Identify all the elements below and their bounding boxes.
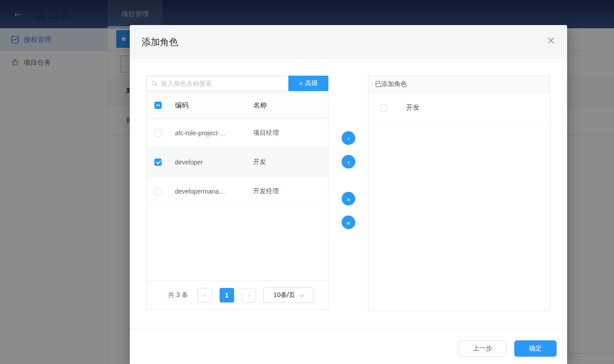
role-code: developer — [175, 159, 253, 166]
added-roles-header: 已添加角色 — [368, 76, 550, 93]
column-header-code: 编码 — [175, 101, 253, 110]
advanced-search-label: 高级 — [305, 79, 318, 87]
advanced-search-button[interactable]: « 高级 — [288, 76, 328, 91]
role-code: developermana… — [175, 188, 253, 195]
modal-header: 添加角色 ✕ — [130, 25, 567, 59]
added-roles-panel: 已添加角色 开发 — [368, 75, 550, 311]
row-checkbox[interactable] — [154, 129, 162, 137]
page-number-button[interactable]: 1 — [220, 288, 234, 302]
added-role-name: 开发 — [406, 103, 420, 112]
chevron-down-icon — [300, 292, 304, 297]
previous-step-button[interactable]: 上一步 — [459, 340, 507, 357]
available-roles-panel: 编码 名称 afc-role-project-… 项目经理 developer … — [146, 92, 328, 310]
row-checkbox[interactable] — [154, 159, 162, 166]
next-page-button[interactable]: › — [241, 288, 256, 302]
table-row[interactable]: afc-role-project-… 项目经理 — [147, 118, 328, 148]
chevron-right-icon: › — [247, 291, 250, 299]
app-root: ← 项目3 项目管理 授权管理 项目任务 — [0, 0, 614, 364]
add-role-modal: 添加角色 ✕ « 高级 编码 名称 afc-role-project-… — [130, 25, 567, 364]
total-count-label: 共 3 条 — [168, 291, 188, 299]
page-size-value: 10条/页 — [273, 291, 295, 299]
added-role-row[interactable]: 开发 — [368, 93, 550, 123]
search-icon — [151, 80, 158, 87]
table-row[interactable]: developermana… 开发经理 — [147, 177, 328, 206]
move-all-right-button[interactable]: » — [342, 192, 355, 205]
role-code: afc-role-project-… — [175, 129, 253, 137]
page-size-select[interactable]: 10条/页 — [263, 287, 313, 303]
table-row[interactable]: developer 开发 — [147, 148, 328, 177]
column-header-name: 名称 — [253, 101, 328, 110]
added-role-checkbox[interactable] — [380, 104, 387, 112]
chevron-left-icon: ‹ — [204, 291, 206, 299]
row-checkbox[interactable] — [154, 188, 162, 195]
prev-page-button[interactable]: ‹ — [198, 288, 212, 302]
select-all-checkbox[interactable] — [154, 102, 162, 109]
double-chevron-down-icon: « — [297, 82, 303, 85]
role-name: 开发 — [253, 158, 328, 166]
footer-divider — [130, 328, 567, 328]
move-left-button[interactable]: ‹ — [342, 155, 355, 169]
move-all-left-button[interactable]: « — [342, 215, 355, 229]
role-search-box — [146, 76, 288, 91]
role-name: 开发经理 — [253, 187, 328, 195]
close-icon[interactable]: ✕ — [547, 35, 555, 47]
role-search-input[interactable] — [161, 80, 288, 87]
modal-title: 添加角色 — [142, 36, 178, 48]
role-name: 项目经理 — [253, 129, 328, 137]
confirm-button[interactable]: 确定 — [514, 340, 557, 357]
pagination: 共 3 条 ‹ 1 › 10条/页 — [147, 281, 328, 309]
table-header-row: 编码 名称 — [147, 92, 328, 118]
move-right-button[interactable]: › — [342, 131, 355, 145]
